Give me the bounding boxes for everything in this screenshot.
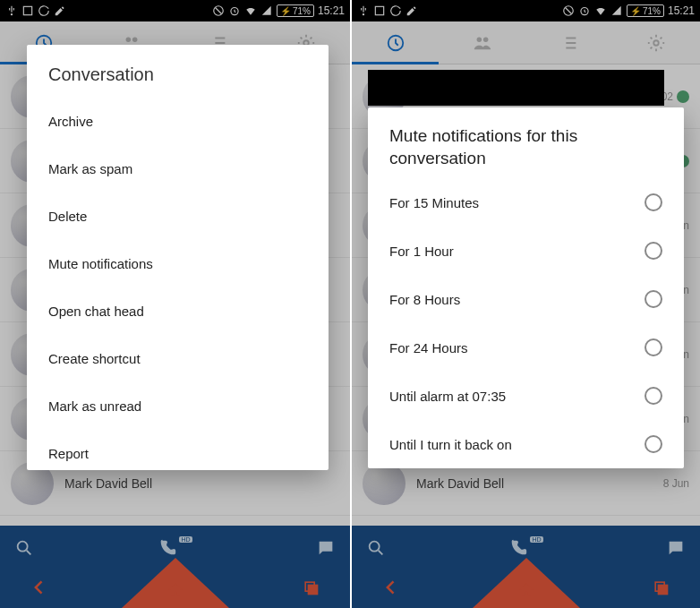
radio-icon <box>645 193 662 211</box>
radio-icon <box>645 338 662 356</box>
option-label: For 15 Minutes <box>389 195 479 210</box>
mute-duration-dialog: Mute notifications for this conversation… <box>368 107 684 468</box>
option-label: For 24 Hours <box>389 340 468 355</box>
option-label: For 8 Hours <box>389 292 460 307</box>
conversation-menu-dialog: Conversation Archive Mark as spam Delete… <box>27 45 329 470</box>
menu-create-shortcut[interactable]: Create shortcut <box>27 335 329 382</box>
menu-delete[interactable]: Delete <box>27 193 329 240</box>
mute-option-15min[interactable]: For 15 Minutes <box>368 178 684 227</box>
menu-mute-notifications[interactable]: Mute notifications <box>27 240 329 287</box>
dialog-title: Conversation <box>27 45 329 98</box>
menu-mark-spam[interactable]: Mark as spam <box>27 145 329 193</box>
mute-option-1hour[interactable]: For 1 Hour <box>368 227 684 275</box>
radio-icon <box>645 242 662 260</box>
mute-option-8hours[interactable]: For 8 Hours <box>368 275 684 323</box>
option-label: Until alarm at 07:35 <box>389 389 506 404</box>
radio-icon <box>645 290 662 308</box>
menu-mark-unread[interactable]: Mark as unread <box>27 382 329 430</box>
menu-archive[interactable]: Archive <box>27 98 329 145</box>
dialog-title: Mute notifications for this conversation <box>368 107 684 178</box>
menu-report[interactable]: Report <box>27 430 329 470</box>
mute-option-until-alarm[interactable]: Until alarm at 07:35 <box>368 372 684 420</box>
radio-icon <box>645 435 662 453</box>
option-label: Until I turn it back on <box>389 437 512 452</box>
menu-open-chat-head[interactable]: Open chat head <box>27 287 329 335</box>
mute-option-until-back-on[interactable]: Until I turn it back on <box>368 420 684 468</box>
mute-option-24hours[interactable]: For 24 Hours <box>368 323 684 372</box>
phone-left: ⚡71% 15:21 <box>0 0 350 608</box>
radio-icon <box>645 387 662 405</box>
option-label: For 1 Hour <box>389 244 454 259</box>
redaction-bar <box>368 70 664 106</box>
phone-right: ⚡71% 15:21 15:02 04 un un un un Ma <box>350 0 700 608</box>
